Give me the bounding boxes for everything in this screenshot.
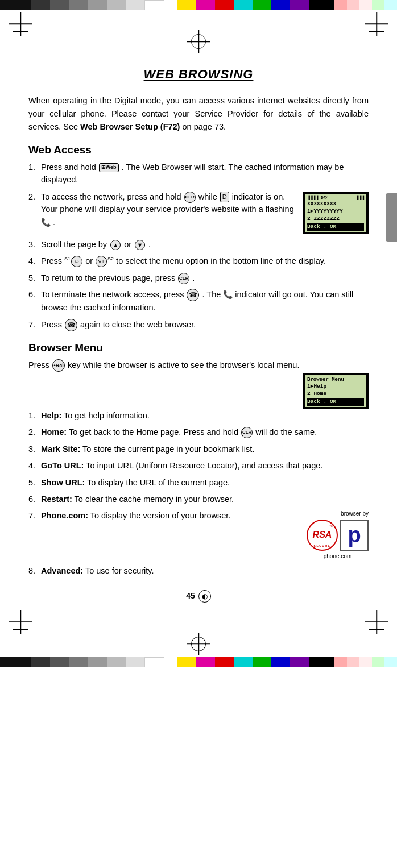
list-content-6: To terminate the network access, press ☎… <box>41 288 369 314</box>
blist-content-5: Show URL: To display the URL of the curr… <box>41 476 230 489</box>
bcb-lgreen <box>372 657 384 667</box>
bcb-purple <box>290 657 309 667</box>
screen-line3: 2 ZZZZZZZZ <box>307 215 364 223</box>
list-content-5: To return to the previous page, press CL… <box>41 272 195 284</box>
intro-paragraph: When operating in the Digital mode, you … <box>28 94 369 134</box>
sup-s2: S2 <box>107 256 114 261</box>
blist-num-1: 1. <box>28 409 41 422</box>
blist-content-3: Mark Site: To store the current page in … <box>41 443 254 455</box>
rsa-text: RSA <box>313 530 332 539</box>
color-swatch-magenta <box>196 0 214 10</box>
phone-icon-2: 📞 <box>41 218 51 227</box>
color-swatch-white <box>144 0 164 10</box>
corner-mark-bl <box>13 614 28 630</box>
bscreen-line2: 1▶Help <box>307 383 364 391</box>
list-item: 7. browser by RSA SECURE ™ <box>28 509 369 560</box>
clr-button-5: CLR <box>178 273 189 284</box>
blist-content-7: browser by RSA SECURE ™ p <box>41 509 369 560</box>
phonecom-logos: browser by RSA SECURE ™ p <box>307 509 369 560</box>
blist-content-2: Home: To get back to the Home page. Pres… <box>41 426 317 438</box>
browser-screen: Browser Menu 1▶Help 2 Home Back ↓ OK <box>303 373 369 409</box>
browser-screen-inner: Browser Menu 1▶Help 2 Home Back ↓ OK <box>305 375 366 407</box>
blist-bold-6: Restart: <box>41 495 72 504</box>
page-content: WEB BROWSING When operating in the Digit… <box>0 50 397 603</box>
screen-outer: ▐▐▐▐ D⟳ ▐▐▐ XXXXXXXXX 1▶YYYYYYYYY 2 ZZZZ… <box>303 192 369 234</box>
rsa-tm: ™ <box>329 524 333 530</box>
screen-battery: ▐▐▐ <box>356 195 364 201</box>
blist-num-4: 4. <box>28 459 41 472</box>
list-content-2: ▐▐▐▐ D⟳ ▐▐▐ XXXXXXXXX 1▶YYYYYYYYY 2 ZZZZ… <box>41 190 369 234</box>
blist-num-6: 6. <box>28 493 41 505</box>
list-item: 3. Scroll the page by ▲ or ▼ . <box>28 238 369 251</box>
list-item: 1. Help: To get help information. <box>28 409 369 422</box>
corner-marks-row <box>0 10 397 32</box>
bcb-red <box>215 657 234 667</box>
phone-icon-6: 📞 <box>223 290 233 299</box>
list-item: 2. ▐▐▐▐ D⟳ ▐▐▐ XXXXXXXXX 1▶YYYYYYYYY 2 Z… <box>28 190 369 234</box>
screen-line4: Back ↓ OK <box>307 223 364 231</box>
intro-bold: Web Browser Setup (F72) <box>80 122 180 131</box>
rsa-secure-text: SECURE <box>314 544 331 549</box>
list-item: 7. Press ☎ again to close the web browse… <box>28 318 369 331</box>
list-item: 6. To terminate the network access, pres… <box>28 288 369 314</box>
center-reg-mark-bottom <box>0 634 397 655</box>
page-title: WEB BROWSING <box>28 67 369 82</box>
bcb-black4 <box>69 657 88 667</box>
rsa-logo: RSA SECURE ™ <box>307 520 338 551</box>
color-bar-gap <box>164 0 177 10</box>
blist-bold-3: Mark Site: <box>41 445 80 454</box>
color-swatch-black6 <box>107 0 126 10</box>
bcb-black2 <box>31 657 50 667</box>
network-screen: ▐▐▐▐ D⟳ ▐▐▐ XXXXXXXXX 1▶YYYYYYYYY 2 ZZZZ… <box>303 192 369 234</box>
list-item: 1. Press and hold ⊞Web . The Web Browser… <box>28 161 369 186</box>
blist-num-7: 7. <box>28 509 41 522</box>
bcb-lcyan <box>384 657 397 667</box>
corner-mark-br <box>369 614 384 630</box>
bcb-blue <box>271 657 290 667</box>
browser-by-label: browser by <box>307 509 369 518</box>
browser-menu-list: 1. Help: To get help information. 2. Hom… <box>28 409 369 578</box>
bcb-black5 <box>88 657 107 667</box>
browser-menu-intro: Press •Rcl key while the browser is acti… <box>28 359 369 372</box>
color-swatch-green <box>253 0 271 10</box>
side-tab <box>386 193 397 242</box>
color-swatch-black4 <box>69 0 88 10</box>
bcb-cyan <box>234 657 253 667</box>
blist-bold-7: Phone.com: <box>41 511 88 520</box>
web-access-list: 1. Press and hold ⊞Web . The Web Browser… <box>28 161 369 331</box>
bcb-green <box>253 657 271 667</box>
web-button: ⊞Web <box>99 163 119 172</box>
list-item: 5. To return to the previous page, press… <box>28 272 369 284</box>
bcb-black3 <box>50 657 69 667</box>
bcb-pink2 <box>347 657 359 667</box>
list-item: 8. Advanced: To use for security. <box>28 564 369 577</box>
list-content-4: Press S1☺ or V+S2 to select the menu opt… <box>41 255 326 267</box>
clr-button-b2: CLR <box>241 427 253 438</box>
screen-signal: ▐▐▐▐ D⟳ <box>307 195 328 201</box>
page-number-circle: ◐ <box>198 590 211 603</box>
blist-content-6: Restart: To clear the cache memory in yo… <box>41 493 234 505</box>
color-swatch-black2 <box>31 0 50 10</box>
bcb-magenta <box>196 657 214 667</box>
color-swatch-black1 <box>0 0 31 10</box>
s1-button: ☺ <box>71 256 82 267</box>
color-swatch-blue <box>271 0 290 10</box>
list-content-1: Press and hold ⊞Web . The Web Browser wi… <box>41 161 369 186</box>
logos-row: RSA SECURE ™ p <box>307 520 369 551</box>
reg-v-bottom <box>198 633 199 655</box>
corner-mark-tr-v <box>376 12 377 36</box>
list-num-6: 6. <box>28 288 41 301</box>
color-swatch-yellow <box>177 0 196 10</box>
bottom-corner-marks <box>0 608 397 634</box>
blist-bold-5: Show URL: <box>41 478 85 487</box>
phonecom-label: phone.com <box>307 552 369 561</box>
end-button-7: ☎ <box>65 319 77 331</box>
list-num-2: 2. <box>28 190 41 203</box>
color-swatch-lcyan <box>384 0 397 10</box>
intro-end: on page 73. <box>180 122 226 131</box>
d-indicator: D <box>220 192 229 202</box>
blist-num-8: 8. <box>28 564 41 577</box>
list-item: 5. Show URL: To display the URL of the c… <box>28 476 369 489</box>
list-num-4: 4. <box>28 255 41 267</box>
color-swatch-black5 <box>88 0 107 10</box>
